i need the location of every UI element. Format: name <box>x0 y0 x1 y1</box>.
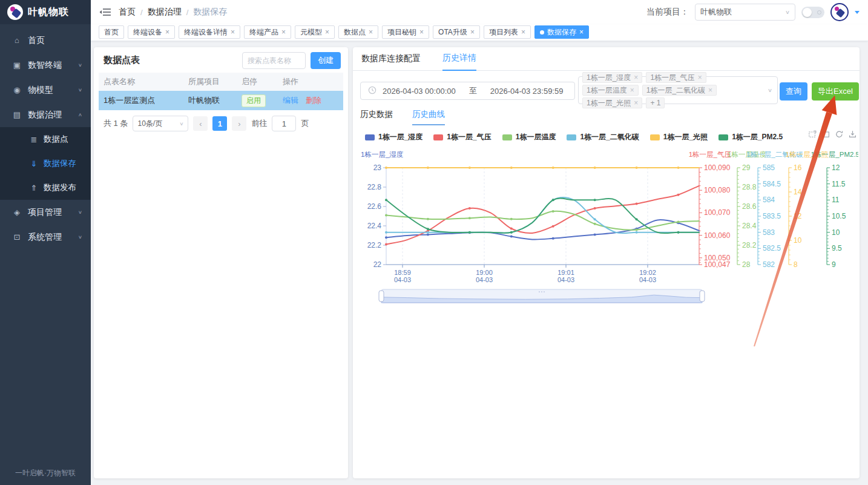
left-panel-title: 数据点表 <box>104 54 140 66</box>
datazoom-slider[interactable] <box>379 289 705 303</box>
svg-text:22.4: 22.4 <box>367 222 382 230</box>
page-size-select[interactable]: 10条/页 ∨ <box>133 116 188 131</box>
download-icon[interactable] <box>848 130 857 139</box>
date-end-value[interactable]: 2026-04-03 23:59:59 <box>490 87 564 96</box>
tab-终端设备[interactable]: 终端设备× <box>128 25 175 39</box>
remove-tag-icon[interactable]: × <box>630 86 634 94</box>
edit-link[interactable]: 编辑 <box>283 96 298 105</box>
close-icon[interactable]: × <box>165 28 169 36</box>
subtab-历史曲线[interactable]: 历史曲线 <box>412 109 445 125</box>
query-button[interactable]: 查询 <box>780 82 807 101</box>
create-button[interactable]: 创建 <box>311 52 341 69</box>
history-line-chart[interactable]: 2322.822.622.422.2221栋一层_湿度18:5904-0319:… <box>356 147 858 305</box>
status-badge: 启用 <box>242 94 266 107</box>
sidebar-item-物模型[interactable]: ◉物模型∨ <box>0 78 91 102</box>
remove-tag-icon[interactable]: × <box>708 86 712 94</box>
svg-text:1栋一层_气压: 1栋一层_气压 <box>689 151 732 158</box>
tab-数据保存[interactable]: 数据保存× <box>534 25 589 39</box>
legend-item[interactable]: 1栋一层_湿度 <box>365 132 422 142</box>
sidebar: 叶帆物联 ⌂首页▣数智终端∨◉物模型∨▤数据治理∧≣数据点⇓数据保存⇑数据发布◈… <box>0 0 91 485</box>
svg-text:23: 23 <box>373 163 382 172</box>
date-range-picker[interactable]: 2026-04-03 00:00:00 至 2026-04-03 23:59:5… <box>360 82 575 100</box>
sidebar-item-数智终端[interactable]: ▣数智终端∨ <box>0 53 91 78</box>
slider-left-handle[interactable] <box>379 291 384 302</box>
close-icon[interactable]: × <box>521 28 525 36</box>
theme-toggle[interactable] <box>801 7 824 18</box>
sidebar-item-项目管理[interactable]: ◈项目管理∨ <box>0 200 91 225</box>
brand: 叶帆物联 <box>0 0 91 24</box>
goto-page-input[interactable] <box>272 116 296 131</box>
close-icon[interactable]: × <box>325 28 329 36</box>
smart-terminal-icon: ▣ <box>12 61 22 70</box>
breadcrumb-item[interactable]: 数据治理 <box>148 7 182 18</box>
slider-right-handle[interactable] <box>700 291 705 302</box>
more-tags-badge: + 1 <box>646 97 665 108</box>
tab-元模型[interactable]: 元模型× <box>295 25 335 39</box>
tab-项目秘钥[interactable]: 项目秘钥× <box>382 25 429 39</box>
history-subtabs: 历史数据历史曲线 <box>360 109 445 125</box>
close-icon[interactable]: × <box>281 28 286 36</box>
zoom-select-icon[interactable] <box>808 130 817 139</box>
project-select[interactable]: 叶帆物联 ∨ <box>695 4 795 21</box>
svg-text:9: 9 <box>832 260 836 269</box>
table-header: 点表名称所属项目启停操作 <box>99 73 343 91</box>
chevron-up-icon: ∧ <box>78 112 82 117</box>
tab-label: 终端设备详情 <box>184 27 228 38</box>
tab-OTA升级[interactable]: OTA升级× <box>433 25 480 39</box>
sidebar-item-数据保存[interactable]: ⇓数据保存 <box>0 151 91 176</box>
close-icon[interactable]: × <box>419 28 424 36</box>
legend-item[interactable]: 1栋一层温度 <box>502 132 556 142</box>
date-start-value[interactable]: 2026-04-03 00:00:00 <box>383 87 456 96</box>
refresh-icon[interactable] <box>835 130 844 139</box>
tab-项目列表[interactable]: 项目列表× <box>484 25 531 39</box>
svg-text:22.2: 22.2 <box>367 241 382 249</box>
legend-label: 1栋一层_二氧化碳 <box>580 132 639 142</box>
sidebar-item-数据治理[interactable]: ▤数据治理∧ <box>0 102 91 127</box>
tab-数据点[interactable]: 数据点× <box>338 25 378 39</box>
sidebar-item-系统管理[interactable]: ⊡系统管理∨ <box>0 225 91 249</box>
chevron-down-icon: ∨ <box>785 9 790 15</box>
search-input[interactable] <box>242 52 306 69</box>
tab-终端设备详情[interactable]: 终端设备详情× <box>179 25 240 39</box>
svg-text:22.6: 22.6 <box>367 202 382 211</box>
tab-首页[interactable]: 首页 <box>99 25 124 39</box>
remove-tag-icon[interactable]: × <box>634 99 638 107</box>
prev-page-button[interactable]: ‹ <box>193 116 208 131</box>
tab-历史详情[interactable]: 历史详情 <box>442 47 476 71</box>
legend-item[interactable]: 1栋一层_PM2.5 <box>718 132 783 142</box>
collapse-menu-icon[interactable] <box>99 7 111 17</box>
sidebar-item-首页[interactable]: ⌂首页 <box>0 28 91 53</box>
legend-item[interactable]: 1栋一层_光照 <box>650 132 708 142</box>
column-header: 点表名称 <box>99 76 188 87</box>
sidebar-item-数据点[interactable]: ≣数据点 <box>0 127 91 151</box>
subtab-历史数据[interactable]: 历史数据 <box>360 109 393 125</box>
table-row[interactable]: 1栋一层监测点叶帆物联启用编辑删除 <box>99 91 343 110</box>
close-icon[interactable]: × <box>579 28 584 36</box>
current-page-button[interactable]: 1 <box>212 116 227 131</box>
avatar-caret-icon[interactable] <box>855 11 860 14</box>
close-icon[interactable]: × <box>369 28 373 36</box>
remove-tag-icon[interactable]: × <box>634 73 638 82</box>
sidebar-item-数据发布[interactable]: ⇑数据发布 <box>0 176 91 200</box>
chevron-down-icon: ∨ <box>78 62 82 68</box>
tab-数据库连接配置[interactable]: 数据库连接配置 <box>361 47 421 71</box>
tab-label: 项目列表 <box>489 27 518 38</box>
export-excel-button[interactable]: 导出Excel <box>812 82 859 101</box>
tab-终端产品[interactable]: 终端产品× <box>244 25 291 39</box>
next-page-button[interactable]: › <box>232 116 246 131</box>
svg-text:04-03: 04-03 <box>557 276 574 283</box>
avatar[interactable] <box>830 3 849 21</box>
history-detail-card: 数据库连接配置历史详情 2026-04-03 00:00:00 至 2026-0… <box>353 47 860 478</box>
pagination: 共 1 条 10条/页 ∨ ‹ 1 › 前往 页 <box>104 115 343 132</box>
close-icon[interactable]: × <box>231 28 235 36</box>
remove-tag-icon[interactable]: × <box>698 73 702 82</box>
restore-zoom-icon[interactable] <box>821 130 830 139</box>
legend-item[interactable]: 1栋一层_气压 <box>433 132 491 142</box>
close-icon[interactable]: × <box>470 28 475 36</box>
datapoint-multiselect[interactable]: 1栋一层_湿度×1栋一层_气压×1栋一层温度×1栋一层_二氧化碳×1栋一层_光照… <box>578 76 778 104</box>
legend-item[interactable]: 1栋一层_二氧化碳 <box>567 132 639 142</box>
total-count: 共 1 条 <box>104 118 128 129</box>
delete-link[interactable]: 删除 <box>306 96 321 105</box>
chevron-down-icon: ∨ <box>78 234 82 240</box>
breadcrumb-item[interactable]: 首页 <box>119 7 136 18</box>
